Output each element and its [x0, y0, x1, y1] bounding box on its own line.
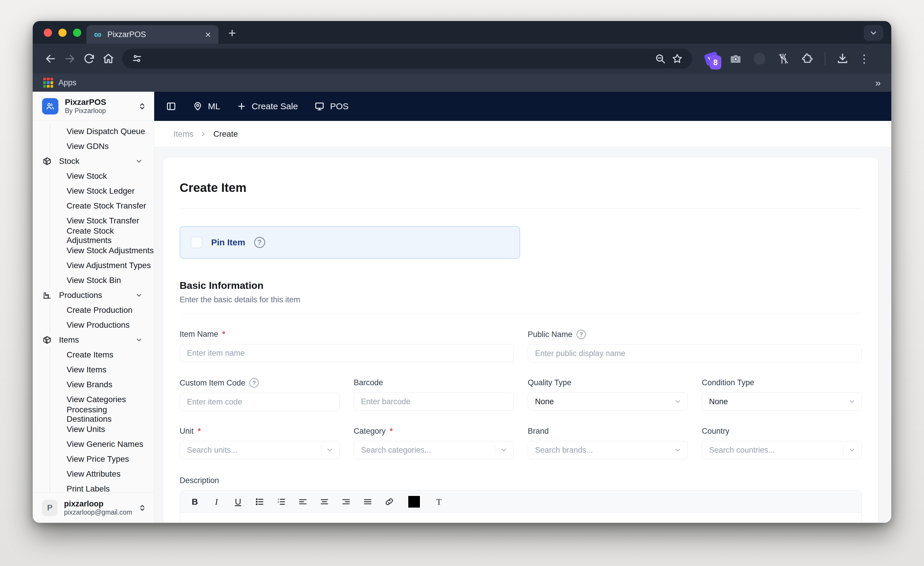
sidebar-item-view-price-types[interactable]: View Price Types [50, 452, 154, 466]
align-right-button[interactable] [341, 497, 351, 507]
address-bar[interactable] [122, 49, 692, 69]
category-select[interactable]: Search categories... [354, 441, 514, 459]
brand-label: Brand [528, 427, 549, 436]
zoom-button[interactable] [652, 50, 669, 67]
bookmark-star-icon [671, 53, 683, 65]
close-window-button[interactable] [44, 29, 52, 37]
quality-type-select[interactable]: None [528, 392, 688, 411]
sidebar-item-view-brands[interactable]: View Brands [50, 377, 154, 392]
sidebar-item-view-stock-bin[interactable]: View Stock Bin [50, 273, 154, 288]
back-icon [45, 53, 56, 65]
pos-label: POS [330, 101, 348, 111]
home-button[interactable] [99, 49, 118, 68]
sidebar-item-view-stock-transfer[interactable]: View Stock Transfer [50, 213, 154, 228]
chevron-down-icon [135, 158, 143, 165]
justify-button[interactable] [363, 497, 373, 507]
public-name-input[interactable] [528, 344, 862, 362]
barcode-input[interactable] [354, 392, 514, 411]
cutlery-extension-button[interactable] [775, 50, 792, 67]
unit-select[interactable]: Search units... [180, 441, 340, 459]
back-button[interactable] [41, 49, 60, 68]
underline-button[interactable]: U [233, 497, 243, 507]
brand-select[interactable]: Search brands... [528, 441, 688, 459]
new-tab-button[interactable]: + [228, 26, 236, 40]
create-sale-button[interactable]: Create Sale [237, 101, 298, 111]
sidebar-item-view-productions[interactable]: View Productions [50, 317, 154, 332]
text-color-button[interactable] [406, 494, 422, 510]
item-name-input[interactable] [180, 344, 514, 362]
sidebar-item-view-attributes[interactable]: View Attributes [50, 466, 154, 481]
sidebar-item-view-units[interactable]: View Units [50, 422, 154, 437]
editor-content[interactable] [180, 513, 861, 523]
chevron-down-icon [869, 29, 878, 38]
sidebar-item-view-stock-adjustments[interactable]: View Stock Adjustments [50, 243, 154, 258]
downloads-button[interactable] [834, 50, 851, 67]
ordered-list-button[interactable]: 12 [276, 497, 286, 507]
italic-button[interactable]: I [212, 497, 221, 507]
disabled-extension-button[interactable] [751, 50, 768, 67]
tab-search-button[interactable] [864, 25, 883, 41]
sidebar-item-view-gdns[interactable]: View GDNs [50, 139, 154, 154]
sidebar-item-view-dispatch-queue[interactable]: View Dispatch Queue [50, 124, 154, 139]
pin-item-checkbox[interactable] [191, 237, 202, 248]
bold-button[interactable]: B [190, 497, 200, 507]
align-center-button[interactable] [320, 497, 329, 507]
link-button[interactable] [384, 497, 394, 507]
sidebar-item-view-items[interactable]: View Items [50, 362, 154, 377]
help-icon[interactable]: ? [576, 330, 586, 339]
sidebar-item-items[interactable]: Items [33, 332, 154, 347]
sidebar-item-productions[interactable]: Productions [33, 288, 154, 303]
extensions-menu-button[interactable] [799, 50, 816, 67]
country-select[interactable]: Search countries... [702, 441, 862, 459]
select-divider [843, 445, 843, 455]
location-selector[interactable]: ML [193, 101, 220, 111]
workspace-switcher[interactable]: PixzarPOS By Pixzarloop [33, 92, 154, 121]
text-format-button[interactable]: T [434, 497, 444, 507]
maximize-window-button[interactable] [73, 29, 81, 37]
location-pin-icon [193, 101, 202, 111]
factory-icon [43, 291, 51, 300]
bookmarks-overflow-button[interactable]: » [875, 77, 881, 89]
breadcrumb-items-link[interactable]: Items [174, 129, 194, 139]
pos-button[interactable]: POS [314, 101, 348, 111]
minimize-window-button[interactable] [58, 29, 67, 37]
tab-close-icon[interactable]: × [205, 30, 211, 39]
camera-extension-button[interactable] [727, 50, 744, 67]
forward-button[interactable] [60, 49, 80, 68]
reload-button[interactable] [80, 49, 99, 68]
bookmark-button[interactable] [669, 50, 686, 67]
user-menu[interactable]: P pixzarloop pixzarloop@gmail.com [33, 492, 154, 523]
sidebar: PixzarPOS By Pixzarloop View Dispatch Qu… [33, 92, 154, 523]
sidebar-toggle-button[interactable] [166, 101, 176, 111]
sidebar-item-view-stock[interactable]: View Stock [50, 168, 154, 183]
help-icon[interactable]: ? [254, 237, 265, 248]
pin-item-box: Pin Item ? [180, 226, 520, 259]
bullet-list-button[interactable] [255, 497, 265, 507]
sidebar-item-create-stock-transfer[interactable]: Create Stock Transfer [50, 198, 154, 213]
condition-type-select[interactable]: None [702, 392, 862, 411]
sidebar-item-create-items[interactable]: Create Items [50, 347, 154, 362]
bookmark-apps[interactable]: Apps [58, 78, 76, 87]
sidebar-item-view-adjustment-types[interactable]: View Adjustment Types [50, 258, 154, 273]
sidebar-item-view-generic-names[interactable]: View Generic Names [50, 437, 154, 452]
sidebar-item-processing-destinations[interactable]: Processing Destinations [50, 407, 154, 422]
site-settings-button[interactable] [129, 50, 146, 67]
sidebar-item-view-stock-ledger[interactable]: View Stock Ledger [50, 183, 154, 198]
browser-menu-button[interactable]: ⋮ [859, 52, 870, 65]
sidebar-item-view-categories[interactable]: View Categories [50, 392, 154, 407]
help-icon[interactable]: ? [249, 378, 259, 387]
chevron-down-icon [326, 446, 333, 454]
field-barcode: Barcode [354, 378, 514, 411]
field-country: Country Search countries... [702, 427, 862, 459]
sidebar-item-create-stock-adjustments[interactable]: Create Stock Adjustments [50, 228, 154, 243]
align-left-button[interactable] [298, 497, 308, 507]
extension-w-button[interactable]: W 8 [703, 50, 720, 67]
sidebar-item-stock[interactable]: Stock [33, 154, 154, 168]
browser-tab[interactable]: ∞ PixzarPOS × [87, 25, 219, 44]
custom-item-code-input[interactable] [180, 393, 340, 411]
sidebar-item-print-labels[interactable]: Print Labels [50, 481, 154, 492]
forward-icon [64, 53, 76, 65]
panel-toggle-icon [166, 101, 176, 111]
chevron-down-icon [135, 291, 143, 299]
sidebar-item-create-production[interactable]: Create Production [50, 303, 154, 317]
